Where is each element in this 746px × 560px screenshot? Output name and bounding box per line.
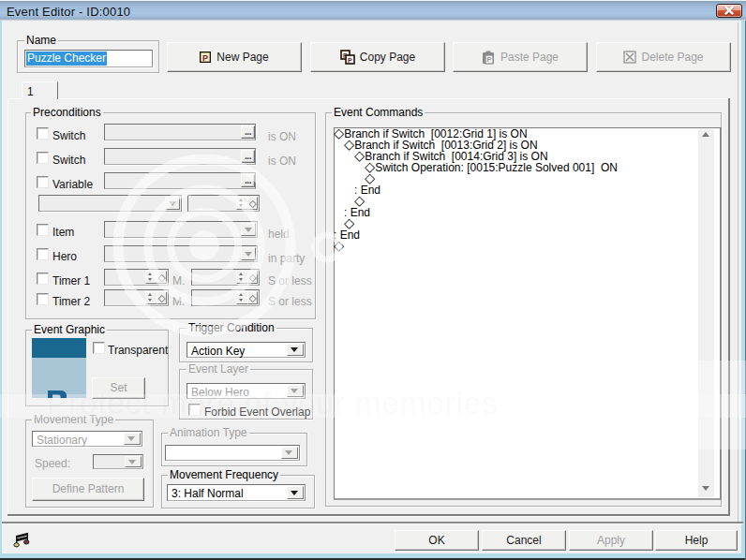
svg-text:P: P — [348, 57, 352, 64]
svg-text:P: P — [202, 53, 208, 63]
svg-text:P: P — [486, 56, 491, 63]
